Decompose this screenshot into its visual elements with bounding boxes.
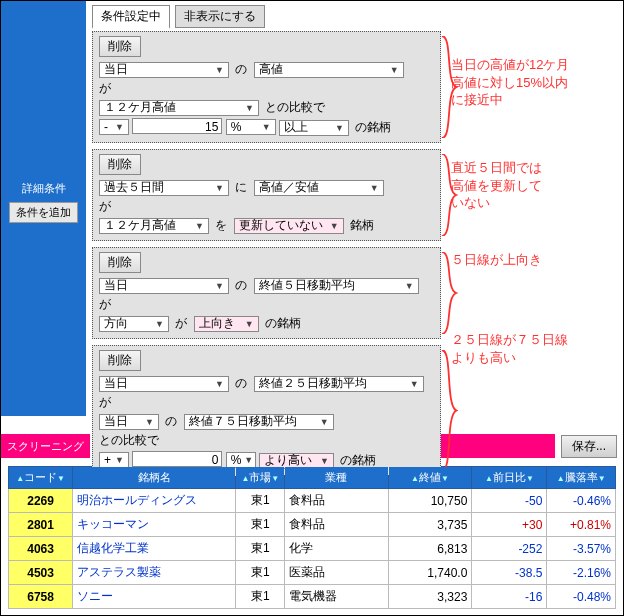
- ref-select[interactable]: １２ケ月高値▼: [99, 100, 259, 116]
- sector-cell: 電気機器: [285, 585, 388, 609]
- chevron-down-icon: ▼: [115, 122, 124, 132]
- name-cell[interactable]: アステラス製薬: [73, 561, 236, 585]
- sidebar: 詳細条件 条件を追加: [1, 1, 86, 416]
- col-sector[interactable]: 業種: [285, 467, 388, 489]
- ref-select[interactable]: １２ケ月高値▼: [99, 218, 209, 234]
- name-cell[interactable]: ソニー: [73, 585, 236, 609]
- unit-select[interactable]: %▼: [226, 119, 276, 135]
- chevron-down-icon: ▼: [215, 183, 224, 193]
- period-select[interactable]: 過去５日間▼: [99, 180, 229, 196]
- diff-cell: -50: [472, 489, 547, 513]
- field-select[interactable]: 終値５日移動平均▼: [254, 278, 419, 294]
- sidebar-label: 詳細条件: [22, 181, 66, 196]
- close-cell: 3,323: [388, 585, 472, 609]
- value-input[interactable]: 15: [132, 118, 222, 134]
- chevron-down-icon: ▼: [320, 417, 329, 427]
- table-row: 2269明治ホールディングス東1食料品10,750-50-0.46%: [9, 489, 616, 513]
- col-name[interactable]: 銘柄名: [73, 467, 236, 489]
- code-cell: 4503: [9, 561, 73, 585]
- screening-label: スクリーニング: [1, 434, 90, 458]
- delete-button[interactable]: 削除: [99, 36, 141, 57]
- ref-select[interactable]: 方向▼: [99, 316, 169, 332]
- field-select[interactable]: 高値／安値▼: [254, 180, 384, 196]
- chevron-down-icon: ▼: [390, 65, 399, 75]
- hide-button[interactable]: 非表示にする: [175, 5, 265, 28]
- pct-cell: -2.16%: [547, 561, 616, 585]
- action-select[interactable]: 更新していない▼: [234, 218, 344, 234]
- close-cell: 3,735: [388, 513, 472, 537]
- sign-select[interactable]: -▼: [99, 119, 129, 135]
- code-cell: 2269: [9, 489, 73, 513]
- chevron-down-icon: ▼: [370, 183, 379, 193]
- pct-cell: +0.81%: [547, 513, 616, 537]
- chevron-down-icon: ▼: [410, 379, 419, 389]
- period2-select[interactable]: 当日▼: [99, 414, 159, 430]
- market-cell: 東1: [236, 513, 285, 537]
- table-row: 6758ソニー東1電気機器3,323-16-0.48%: [9, 585, 616, 609]
- pct-cell: -0.48%: [547, 585, 616, 609]
- col-market[interactable]: ▲市場▼: [236, 467, 285, 489]
- col-close[interactable]: ▲終値▼: [388, 467, 472, 489]
- market-cell: 東1: [236, 537, 285, 561]
- tab-conditions[interactable]: 条件設定中: [92, 5, 170, 29]
- diff-cell: -252: [472, 537, 547, 561]
- chevron-down-icon: ▼: [145, 417, 154, 427]
- chevron-down-icon: ▼: [215, 281, 224, 291]
- field2-select[interactable]: 終値７５日移動平均▼: [184, 414, 334, 430]
- col-pct[interactable]: ▲騰落率▼: [547, 467, 616, 489]
- period-select[interactable]: 当日▼: [99, 278, 229, 294]
- diff-cell: +30: [472, 513, 547, 537]
- chevron-down-icon: ▼: [320, 456, 329, 466]
- chevron-down-icon: ▼: [155, 319, 164, 329]
- chevron-down-icon: ▼: [244, 455, 253, 465]
- name-cell[interactable]: キッコーマン: [73, 513, 236, 537]
- chevron-down-icon: ▼: [215, 379, 224, 389]
- field-select[interactable]: 終値２５日移動平均▼: [254, 376, 424, 392]
- delete-button[interactable]: 削除: [99, 154, 141, 175]
- annotation-3: ５日線が上向き: [451, 251, 542, 269]
- table-row: 4063信越化学工業東1化学6,813-252-3.57%: [9, 537, 616, 561]
- market-cell: 東1: [236, 489, 285, 513]
- period-select[interactable]: 当日▼: [99, 62, 229, 78]
- delete-button[interactable]: 削除: [99, 252, 141, 273]
- field-select[interactable]: 高値▼: [254, 62, 404, 78]
- diff-cell: -38.5: [472, 561, 547, 585]
- name-cell[interactable]: 明治ホールディングス: [73, 489, 236, 513]
- period-select[interactable]: 当日▼: [99, 376, 229, 392]
- diff-cell: -16: [472, 585, 547, 609]
- chevron-down-icon: ▼: [262, 122, 271, 132]
- market-cell: 東1: [236, 585, 285, 609]
- direction-select[interactable]: 上向き▼: [194, 316, 259, 332]
- chevron-down-icon: ▼: [215, 65, 224, 75]
- annotation-4: ２５日線が７５日線 よりも高い: [451, 331, 568, 366]
- add-condition-button[interactable]: 条件を追加: [9, 202, 78, 223]
- condition-block-2: 削除 過去５日間▼ に 高値／安値▼ が １２ケ月高値▼ を 更新していない▼ …: [92, 149, 441, 241]
- sector-cell: 医薬品: [285, 561, 388, 585]
- sector-cell: 食料品: [285, 489, 388, 513]
- close-cell: 10,750: [388, 489, 472, 513]
- sector-cell: 食料品: [285, 513, 388, 537]
- annotation-1: 当日の高値が12ケ月 高値に対し15%以内 に接近中: [451, 56, 569, 109]
- sector-cell: 化学: [285, 537, 388, 561]
- market-cell: 東1: [236, 561, 285, 585]
- results-table: ▲コード▼ 銘柄名 ▲市場▼ 業種 ▲終値▼ ▲前日比▼ ▲騰落率▼ 2269明…: [8, 466, 616, 609]
- chevron-down-icon: ▼: [115, 455, 124, 465]
- code-cell: 4063: [9, 537, 73, 561]
- condition-block-1: 削除 当日▼ の 高値▼ が １２ケ月高値▼ との比較で -▼ 15 %▼: [92, 31, 441, 143]
- name-cell[interactable]: 信越化学工業: [73, 537, 236, 561]
- value-input[interactable]: 0: [132, 451, 222, 467]
- code-cell: 6758: [9, 585, 73, 609]
- delete-button[interactable]: 削除: [99, 350, 141, 371]
- col-diff[interactable]: ▲前日比▼: [472, 467, 547, 489]
- col-code[interactable]: ▲コード▼: [9, 467, 73, 489]
- pct-cell: -3.57%: [547, 537, 616, 561]
- chevron-down-icon: ▼: [335, 123, 344, 133]
- chevron-down-icon: ▼: [330, 221, 339, 231]
- annotation-2: 直近５日間では 高値を更新して いない: [451, 159, 542, 212]
- pct-cell: -0.46%: [547, 489, 616, 513]
- direction-select[interactable]: 以上▼: [279, 120, 349, 136]
- chevron-down-icon: ▼: [245, 319, 254, 329]
- chevron-down-icon: ▼: [245, 103, 254, 113]
- close-cell: 6,813: [388, 537, 472, 561]
- condition-block-3: 削除 当日▼ の 終値５日移動平均▼ が 方向▼ が 上向き▼ の銘柄: [92, 247, 441, 339]
